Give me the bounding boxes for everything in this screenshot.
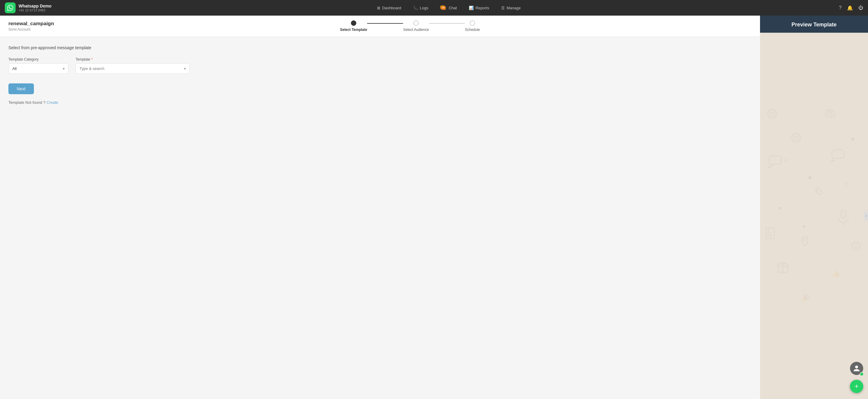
category-select[interactable]: All Marketing Utility Authentication bbox=[8, 63, 68, 74]
nav-manage[interactable]: ☰ Manage bbox=[496, 3, 525, 12]
campaign-header: renewal_campaign Somi Account Select Tem… bbox=[0, 16, 760, 37]
nav-right-icons: ? 🔔 ⏻ bbox=[839, 5, 863, 11]
svg-point-29 bbox=[804, 238, 806, 241]
svg-rect-15 bbox=[769, 156, 781, 164]
form-section-title: Select from pre-approved message templat… bbox=[8, 45, 752, 50]
svg-rect-16 bbox=[832, 150, 844, 158]
svg-point-7 bbox=[792, 134, 800, 142]
create-template-link[interactable]: Create bbox=[46, 100, 58, 105]
online-status-dot bbox=[860, 372, 864, 376]
svg-point-8 bbox=[794, 136, 796, 137]
notifications-button[interactable]: 🔔 bbox=[847, 5, 853, 11]
nav-dashboard[interactable]: ⊞ Dashboard bbox=[372, 3, 406, 12]
step-line-2 bbox=[429, 23, 465, 24]
svg-point-5 bbox=[770, 112, 771, 114]
svg-point-26 bbox=[852, 242, 860, 250]
svg-rect-21 bbox=[766, 228, 774, 239]
category-select-wrapper: All Marketing Utility Authentication ▼ bbox=[8, 63, 68, 74]
template-search-input[interactable] bbox=[75, 63, 190, 74]
preview-header: Preview Template bbox=[760, 16, 868, 33]
brand-title: Whatsapp Demo bbox=[19, 4, 52, 8]
template-input-wrapper: ▼ bbox=[75, 63, 190, 74]
svg-text:👍: 👍 bbox=[832, 270, 840, 278]
nav-links: ⊞ Dashboard 📞 Logs Chat 📊 Reports ☰ bbox=[59, 3, 839, 12]
svg-rect-12 bbox=[828, 109, 830, 111]
step-select-audience: Select Audience bbox=[403, 21, 429, 32]
top-navigation: Whatsapp Demo +91 22 6713 9483 ⊞ Dashboa… bbox=[0, 0, 868, 16]
step-1-label: Select Template bbox=[340, 28, 367, 32]
step-select-template: Select Template bbox=[340, 21, 367, 32]
svg-text:★: ★ bbox=[850, 135, 856, 142]
campaign-info: renewal_campaign Somi Account bbox=[8, 21, 68, 31]
svg-text:♪: ♪ bbox=[784, 155, 787, 163]
grid-icon: ⊞ bbox=[377, 6, 380, 10]
form-area: Select from pre-approved message templat… bbox=[0, 37, 760, 399]
svg-rect-10 bbox=[826, 111, 834, 118]
brand-phone: +91 22 6713 9483 bbox=[19, 8, 52, 12]
step-3-circle bbox=[470, 21, 475, 26]
step-schedule: Schedule bbox=[465, 21, 480, 32]
template-group: Template * ▼ bbox=[75, 57, 190, 74]
fab-button[interactable]: + bbox=[850, 380, 863, 393]
preview-title: Preview Template bbox=[766, 22, 862, 28]
svg-text:♥: ♥ bbox=[808, 174, 812, 182]
step-2-label: Select Audience bbox=[403, 28, 429, 32]
svg-text:♫: ♫ bbox=[844, 181, 848, 187]
svg-point-27 bbox=[854, 244, 856, 245]
nav-reports[interactable]: 📊 Reports bbox=[464, 3, 494, 12]
next-button[interactable]: Next bbox=[8, 83, 34, 94]
svg-point-28 bbox=[857, 244, 858, 245]
preview-panel: Preview Template bbox=[760, 16, 868, 399]
category-label: Template Category bbox=[8, 57, 68, 61]
nav-logs[interactable]: 📞 Logs bbox=[408, 3, 433, 12]
help-button[interactable]: ? bbox=[839, 5, 842, 10]
bar-chart-icon: 📊 bbox=[469, 6, 473, 10]
svg-text:🎉: 🎉 bbox=[802, 294, 810, 302]
power-button[interactable]: ⏻ bbox=[859, 5, 863, 10]
svg-point-4 bbox=[768, 110, 776, 118]
svg-text:♥: ♥ bbox=[778, 205, 781, 211]
collapse-preview-button[interactable]: › bbox=[864, 212, 868, 220]
svg-point-6 bbox=[773, 112, 774, 114]
campaign-name: renewal_campaign bbox=[8, 21, 68, 27]
nav-chat[interactable]: Chat bbox=[435, 3, 462, 12]
form-row-fields: Template Category All Marketing Utility … bbox=[8, 57, 752, 74]
step-1-circle bbox=[351, 21, 356, 26]
svg-point-9 bbox=[797, 136, 798, 137]
main-layout: renewal_campaign Somi Account Select Tem… bbox=[0, 16, 868, 399]
phone-icon: 📞 bbox=[413, 6, 418, 10]
template-category-group: Template Category All Marketing Utility … bbox=[8, 57, 68, 74]
brand-icon bbox=[5, 2, 16, 13]
chat-icon bbox=[440, 5, 447, 10]
svg-text:★: ★ bbox=[802, 224, 806, 229]
template-chevron-icon: ▼ bbox=[183, 67, 187, 70]
step-line-1 bbox=[367, 23, 403, 24]
step-2-circle bbox=[413, 21, 419, 26]
template-label: Template * bbox=[75, 57, 190, 61]
brand-text: Whatsapp Demo +91 22 6713 9483 bbox=[19, 4, 52, 12]
menu-icon: ☰ bbox=[501, 6, 505, 10]
step-indicator: Select Template Select Audience Schedule bbox=[68, 21, 752, 32]
svg-point-11 bbox=[829, 113, 832, 116]
template-not-found: Template Not found ? Create bbox=[8, 100, 752, 105]
campaign-account: Somi Account bbox=[8, 27, 68, 31]
preview-body: ♪ ♫ ♥ ♥ ★ ★ bbox=[760, 33, 868, 399]
brand-section: Whatsapp Demo +91 22 6713 9483 bbox=[5, 2, 59, 13]
required-indicator: * bbox=[91, 57, 93, 61]
content-area: renewal_campaign Somi Account Select Tem… bbox=[0, 16, 760, 399]
step-3-label: Schedule bbox=[465, 28, 480, 32]
svg-rect-24 bbox=[841, 210, 846, 218]
preview-pattern-bg: ♪ ♫ ♥ ♥ ★ ★ bbox=[760, 33, 868, 399]
